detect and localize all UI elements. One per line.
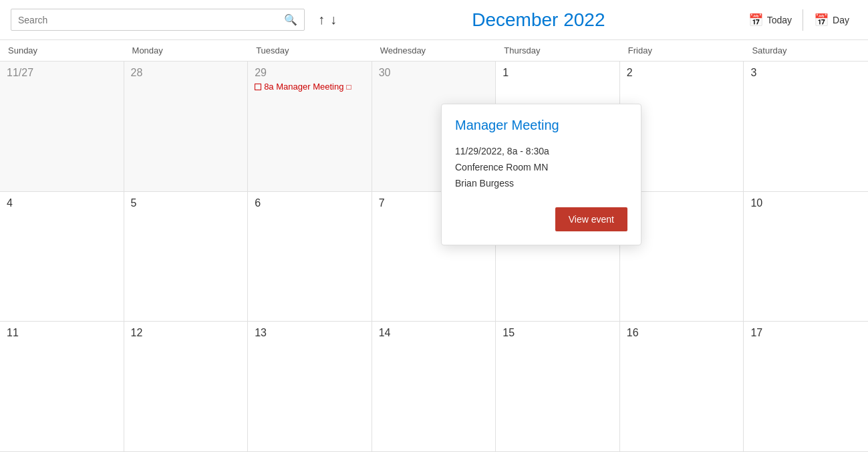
today-button[interactable]: 📅 Today [740,9,800,31]
day-cell-16[interactable]: 16 [620,322,744,451]
day-headers: Sunday Monday Tuesday Wednesday Thursday… [0,40,868,62]
month-title: December 2022 [347,9,730,31]
view-divider [803,9,803,31]
day-number: 16 [627,327,639,338]
popup-organizer: Brian Burgess [455,176,627,192]
search-icon: 🔍 [284,13,297,26]
top-bar: 🔍 ↑ ↓ December 2022 📅 Today 📅 Day [0,0,868,40]
event-checkbox [255,84,261,90]
day-cell-14[interactable]: 14 [372,322,496,451]
day-number: 15 [502,327,515,338]
day-header-tuesday: Tuesday [248,40,372,61]
day-button[interactable]: 📅 Day [806,9,857,31]
day-number: 10 [750,197,762,209]
day-cell-11[interactable]: 11 [0,322,124,451]
day-number: 7 [379,197,385,209]
search-input[interactable] [18,15,284,25]
day-number: 29 [255,67,267,78]
view-event-button[interactable]: View event [555,207,627,231]
day-cell-4[interactable]: 4 [0,192,124,322]
day-number: 1 [502,67,509,78]
day-cell-28[interactable]: 28 [124,62,249,191]
day-number: 13 [255,327,267,338]
nav-down-icon: ↓ [330,12,337,27]
event-manager-meeting[interactable]: 8a Manager Meeting □ [255,82,365,92]
week-row-3: 11 12 13 14 15 16 17 [0,322,868,452]
search-box: 🔍 [11,9,305,31]
day-header-wednesday: Wednesday [372,40,496,61]
today-label: Today [767,15,792,25]
day-number: 2 [627,67,633,78]
event-expand-icon: □ [346,82,351,92]
day-number: 6 [255,197,261,209]
view-controls: 📅 Today 📅 Day [740,9,857,31]
day-icon: 📅 [814,13,829,27]
day-cell-17[interactable]: 17 [744,322,868,451]
day-header-monday: Monday [124,40,249,61]
day-cell-15[interactable]: 15 [496,322,620,451]
search-button[interactable]: 🔍 [284,13,297,26]
day-cell-12[interactable]: 12 [124,322,249,451]
day-cell-6[interactable]: 6 [248,192,372,322]
day-number: 4 [7,197,13,209]
today-icon: 📅 [748,13,763,27]
popup-title: Manager Meeting [455,118,627,133]
nav-down-button[interactable]: ↓ [330,12,337,27]
day-number: 3 [750,67,756,78]
day-label: Day [833,15,849,25]
popup-footer: View event [455,207,627,231]
popup-details: 11/29/2022, 8a - 8:30a Conference Room M… [455,144,627,191]
day-header-saturday: Saturday [744,40,868,61]
day-number: 28 [131,67,143,78]
day-number: 17 [750,327,762,338]
day-number: 5 [131,197,137,209]
week-row-2: 4 5 6 7 8 9 10 [0,192,868,322]
popup-location: Conference Room MN [455,160,627,176]
weeks-container: 11/27 28 29 8a Manager Meeting □ 30 1 2 [0,62,868,452]
day-number: 30 [379,67,391,78]
day-number: 11/27 [7,67,33,78]
day-header-sunday: Sunday [0,40,124,61]
week-row-1: 11/27 28 29 8a Manager Meeting □ 30 1 2 [0,62,868,192]
day-cell-29[interactable]: 29 8a Manager Meeting □ [248,62,372,191]
day-cell-dec3[interactable]: 3 [744,62,868,191]
nav-up-icon: ↑ [318,12,325,27]
day-cell-10[interactable]: 10 [744,192,868,322]
day-number: 11 [7,327,19,338]
nav-up-button[interactable]: ↑ [318,12,325,27]
day-header-thursday: Thursday [496,40,620,61]
popup-datetime: 11/29/2022, 8a - 8:30a [455,144,627,160]
day-cell-5[interactable]: 5 [124,192,249,322]
event-popup: Manager Meeting 11/29/2022, 8a - 8:30a C… [441,104,641,245]
day-cell-13[interactable]: 13 [248,322,372,451]
nav-arrows: ↑ ↓ [318,12,337,27]
day-header-friday: Friday [620,40,744,61]
day-number: 14 [379,327,391,338]
day-number: 12 [131,327,143,338]
event-label: 8a Manager Meeting [264,82,343,92]
day-cell-1127[interactable]: 11/27 [0,62,124,191]
calendar-container: Sunday Monday Tuesday Wednesday Thursday… [0,40,868,452]
